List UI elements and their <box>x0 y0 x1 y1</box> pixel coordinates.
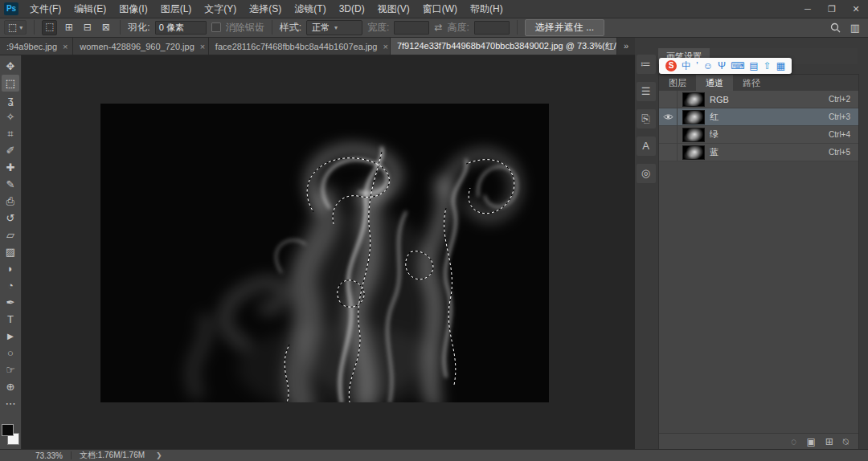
close-icon[interactable]: × <box>63 42 68 51</box>
tool-preset-dropdown[interactable]: ⬚ ▾ <box>4 20 27 35</box>
minimize-button[interactable]: ─ <box>796 0 820 18</box>
styles-panel-icon[interactable]: ☰ <box>637 82 656 101</box>
clone-stamp-tool[interactable]: ⎙ <box>2 193 19 210</box>
tab-paths[interactable]: 路径 <box>733 75 770 91</box>
close-icon[interactable]: × <box>383 42 388 51</box>
close-icon[interactable]: × <box>200 42 205 51</box>
channel-row-red[interactable]: 红 Ctrl+3 <box>659 108 858 126</box>
document-tab-title: women-428896_960_720.jpg <box>80 42 194 51</box>
menu-help[interactable]: 帮助(H) <box>464 0 510 18</box>
tab-layers[interactable]: 图层 <box>659 75 696 91</box>
visibility-toggle[interactable] <box>659 144 678 161</box>
visibility-toggle[interactable] <box>659 91 678 108</box>
ime-mic-icon[interactable]: Ψ <box>718 58 726 74</box>
clone-source-panel-icon[interactable]: ⎘ <box>637 109 656 129</box>
history-brush-tool[interactable]: ↺ <box>2 210 19 226</box>
move-tool[interactable]: ✥ <box>2 58 19 75</box>
status-options-chevron[interactable]: ❯ <box>156 451 162 459</box>
channel-row-green[interactable]: 绿 Ctrl+4 <box>659 126 858 144</box>
ime-emoji-icon[interactable]: ☺ <box>703 58 713 74</box>
gradient-tool[interactable]: ▨ <box>2 243 19 260</box>
menu-window[interactable]: 窗口(W) <box>416 0 464 18</box>
crop-tool[interactable]: ⌗ <box>2 125 19 142</box>
swap-width-height-icon[interactable]: ⇄ <box>434 22 442 33</box>
intersect-selection-mode-button[interactable]: ⊠ <box>99 21 113 35</box>
canvas-area[interactable] <box>22 55 635 450</box>
ime-toolbar: S 中 ’ ☺ Ψ ⌨ ▤ ⇧ ▦ <box>659 58 792 74</box>
window-controls: ─ ❐ ✕ <box>796 0 868 18</box>
foreground-color-swatch[interactable] <box>2 424 14 436</box>
channel-name: 蓝 <box>710 146 829 158</box>
subtract-from-selection-mode-button[interactable]: ⊟ <box>80 21 94 35</box>
eyedropper-tool[interactable]: ✐ <box>2 142 19 159</box>
document-image[interactable] <box>100 104 549 402</box>
menu-select[interactable]: 选择(S) <box>243 0 288 18</box>
new-selection-mode-button[interactable]: ⬚ <box>42 20 57 35</box>
channel-name: 红 <box>710 111 829 123</box>
menu-image[interactable]: 图像(I) <box>113 0 154 18</box>
channel-thumbnail <box>682 92 705 107</box>
load-channel-as-selection-icon[interactable]: ◌ <box>791 436 796 447</box>
rectangular-marquee-tool[interactable]: ⬚ <box>2 75 19 92</box>
pen-tool[interactable]: ✒ <box>2 294 19 311</box>
character-panel-icon[interactable]: A <box>637 137 656 156</box>
style-select[interactable]: 正常 ▾ <box>306 20 362 35</box>
document-size-info: 文档:1.76M/1.76M <box>80 450 145 461</box>
add-to-selection-mode-button[interactable]: ⊞ <box>62 21 76 35</box>
zoom-tool[interactable]: ⊕ <box>2 378 19 395</box>
hand-tool[interactable]: ☞ <box>2 361 19 378</box>
blur-tool[interactable]: ◗ <box>2 260 19 277</box>
shape-tool[interactable]: ○ <box>2 345 19 361</box>
save-selection-as-channel-icon[interactable]: ▣ <box>806 436 815 447</box>
menu-filter[interactable]: 滤镜(T) <box>288 0 332 18</box>
menu-3d[interactable]: 3D(D) <box>333 0 371 18</box>
document-tab[interactable]: :94a9bec.jpg × <box>0 38 73 55</box>
spot-healing-tool[interactable]: ✚ <box>2 159 19 176</box>
menu-type[interactable]: 文字(Y) <box>198 0 243 18</box>
quick-selection-tool[interactable]: ✧ <box>2 108 19 125</box>
edit-toolbar-button[interactable]: ⋯ <box>2 395 19 412</box>
close-button[interactable]: ✕ <box>844 0 868 18</box>
ime-keyboard-icon[interactable]: ⌨ <box>731 58 744 74</box>
maximize-button[interactable]: ❐ <box>820 0 844 18</box>
adjustments-panel-icon[interactable]: ≔ <box>637 55 656 74</box>
document-tab[interactable]: face28116c7f468fbb4bc8a44b1607ea.jpg × <box>209 38 391 55</box>
visibility-toggle[interactable] <box>659 108 678 125</box>
dodge-tool[interactable]: ◔ <box>2 277 19 294</box>
menu-edit[interactable]: 编辑(E) <box>68 0 113 18</box>
workspace-switcher-icon[interactable]: ▥ <box>850 22 860 34</box>
ime-punctuation-icon[interactable]: ’ <box>696 58 698 74</box>
ime-mode-chinese[interactable]: 中 <box>682 58 691 74</box>
sogou-logo[interactable]: S <box>665 60 677 71</box>
width-input[interactable] <box>394 21 429 35</box>
lasso-tool[interactable]: ʓ <box>2 92 19 108</box>
ime-clipboard-icon[interactable]: ▤ <box>749 58 758 74</box>
tab-channels[interactable]: 通道 <box>696 75 733 91</box>
type-tool[interactable]: T <box>2 311 19 328</box>
ime-toolbox-icon[interactable]: ▦ <box>776 58 785 74</box>
ime-skin-icon[interactable]: ⇧ <box>764 58 772 74</box>
document-tab-active[interactable]: 7f9124e33f7b44968b470bbcb3849002.jpg @ 7… <box>391 38 617 55</box>
tab-overflow-chevron[interactable]: » <box>617 38 635 55</box>
eraser-tool[interactable]: ▱ <box>2 226 19 243</box>
anti-alias-checkbox[interactable] <box>211 22 221 32</box>
menu-file[interactable]: 文件(F) <box>23 0 68 18</box>
zoom-level[interactable]: 73.33% <box>35 451 63 460</box>
channel-row-blue[interactable]: 蓝 Ctrl+5 <box>659 144 858 161</box>
channel-row-rgb[interactable]: RGB Ctrl+2 <box>659 91 858 108</box>
menu-view[interactable]: 视图(V) <box>371 0 416 18</box>
visibility-toggle[interactable] <box>659 126 678 143</box>
channel-name: 绿 <box>710 129 829 141</box>
menu-layer[interactable]: 图层(L) <box>154 0 199 18</box>
brush-tool[interactable]: ✎ <box>2 176 19 193</box>
height-input[interactable] <box>474 21 510 35</box>
feather-input[interactable]: 0 像素 <box>155 21 207 35</box>
select-and-mask-button[interactable]: 选择并遮住 ... <box>525 19 604 36</box>
path-selection-tool[interactable]: ► <box>2 328 19 345</box>
channels-panel-footer: ◌ ▣ ⊞ ⍉ <box>659 433 858 450</box>
delete-channel-icon[interactable]: ⍉ <box>843 436 849 447</box>
properties-panel-icon[interactable]: ◎ <box>637 164 656 183</box>
new-channel-icon[interactable]: ⊞ <box>825 436 833 447</box>
search-icon[interactable] <box>830 22 841 33</box>
document-tab[interactable]: women-428896_960_720.jpg × <box>73 38 209 55</box>
